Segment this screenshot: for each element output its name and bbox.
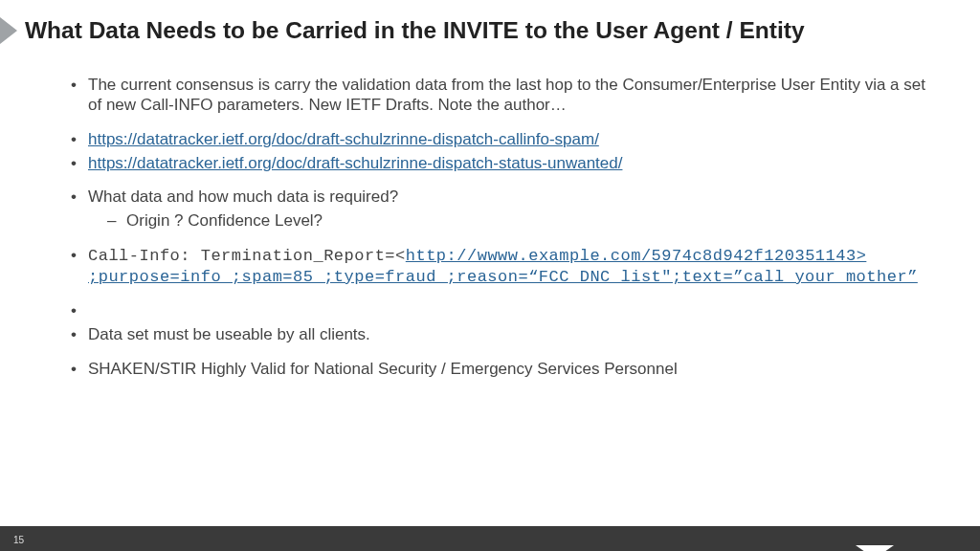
bullet-intro-text: The current consensus is carry the valid… xyxy=(88,76,925,114)
bullet-usable: Data set must be useable by all clients. xyxy=(71,324,926,344)
bullet-link1: https://datatracker.ietf.org/doc/draft-s… xyxy=(71,129,926,149)
link-callinfo-spam[interactable]: https://datatracker.ietf.org/doc/draft-s… xyxy=(88,130,599,148)
bullet-link2: https://datatracker.ietf.org/doc/draft-s… xyxy=(71,153,926,173)
slide-body: The current consensus is carry the valid… xyxy=(0,44,980,379)
link-status-unwanted[interactable]: https://datatracker.ietf.org/doc/draft-s… xyxy=(88,154,622,172)
bullet-question: What data and how much data is required?… xyxy=(71,187,926,231)
slide-title: What Data Needs to be Carried in the INV… xyxy=(25,17,805,44)
chevron-icon xyxy=(0,17,17,44)
slide: What Data Needs to be Carried in the INV… xyxy=(0,0,980,551)
title-row: What Data Needs to be Carried in the INV… xyxy=(0,0,980,44)
footer-notch-icon xyxy=(856,545,894,551)
footer-bar: 15 xyxy=(0,526,980,551)
sub-bullet-origin: Origin ? Confidence Level? xyxy=(88,210,926,231)
bullet-callinfo: Call-Info: Termination_Report=<http://ww… xyxy=(71,245,926,288)
bullet-list: The current consensus is carry the valid… xyxy=(71,75,926,379)
callinfo-code: Call-Info: Termination_Report=<http://ww… xyxy=(88,247,918,286)
bullet-usable-text: Data set must be useable by all clients. xyxy=(88,325,370,343)
sub-bullet-origin-text: Origin ? Confidence Level? xyxy=(126,211,323,230)
page-number: 15 xyxy=(13,535,24,545)
bullet-shaken-text: SHAKEN/STIR Highly Valid for National Se… xyxy=(88,360,678,378)
bullet-empty xyxy=(71,300,926,320)
bullet-intro: The current consensus is carry the valid… xyxy=(71,75,926,116)
bullet-question-text: What data and how much data is required? xyxy=(88,187,398,206)
callinfo-lead: Call-Info: Termination_Report=< xyxy=(88,247,406,265)
bullet-shaken: SHAKEN/STIR Highly Valid for National Se… xyxy=(71,359,926,379)
sub-bullet-list: Origin ? Confidence Level? xyxy=(88,210,926,231)
